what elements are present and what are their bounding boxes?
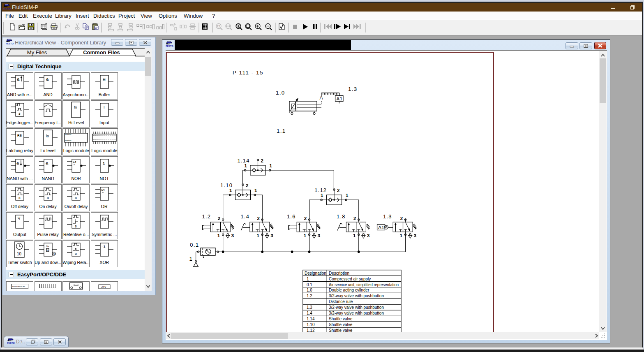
svg-text:Double acting cylinder: Double acting cylinder bbox=[329, 288, 369, 292]
svg-text:1: 1 bbox=[400, 233, 403, 238]
svg-text:Q: Q bbox=[18, 216, 20, 220]
svg-text:3: 3 bbox=[414, 233, 416, 238]
svg-text:P 111 - 15: P 111 - 15 bbox=[233, 69, 263, 76]
svg-text:3: 3 bbox=[18, 196, 21, 200]
svg-text:&: & bbox=[46, 77, 49, 81]
svg-text:1.12: 1.12 bbox=[307, 328, 315, 332]
svg-text:1: 1 bbox=[270, 163, 272, 168]
svg-text:1: 1 bbox=[256, 233, 259, 238]
svg-text:FESTO: FESTO bbox=[6, 42, 14, 45]
svg-text:&: & bbox=[46, 161, 48, 165]
svg-text:My Files: My Files bbox=[27, 49, 47, 56]
svg-text:1: 1 bbox=[307, 277, 309, 281]
svg-text:>1: >1 bbox=[101, 188, 105, 192]
svg-text:1.4: 1.4 bbox=[240, 213, 249, 220]
svg-text:lo: lo bbox=[46, 134, 49, 138]
svg-text:1: 1 bbox=[245, 163, 247, 168]
svg-text:2: 2 bbox=[353, 216, 356, 221]
svg-text:1: 1 bbox=[346, 193, 349, 198]
svg-text:3/2-way valve with pushbutton: 3/2-way valve with pushbutton bbox=[329, 294, 384, 298]
svg-text:2: 2 bbox=[257, 216, 259, 221]
svg-text:RS: RS bbox=[17, 134, 22, 137]
svg-text:&: & bbox=[16, 161, 19, 165]
svg-text:2: 2 bbox=[218, 216, 220, 221]
svg-text:1.2: 1.2 bbox=[202, 213, 211, 220]
svg-text:24V: 24V bbox=[101, 285, 106, 288]
svg-text:1: 1 bbox=[229, 188, 232, 193]
svg-text:1: 1 bbox=[353, 233, 356, 238]
svg-text:3: 3 bbox=[270, 233, 273, 238]
svg-text:3: 3 bbox=[47, 196, 49, 200]
svg-text:0.1: 0.1 bbox=[307, 283, 312, 287]
svg-text:3/2-way valve with pushbutton: 3/2-way valve with pushbutton bbox=[329, 311, 384, 315]
svg-text:1.1: 1.1 bbox=[277, 128, 286, 134]
svg-text:0: 0 bbox=[47, 249, 48, 252]
svg-text:3/2-way valve with pushbutton: 3/2-way valve with pushbutton bbox=[329, 305, 384, 310]
svg-text:A1: A1 bbox=[378, 225, 384, 230]
svg-text:1: 1 bbox=[321, 193, 323, 198]
svg-text:Description: Description bbox=[329, 271, 349, 276]
svg-text:********: ******** bbox=[65, 140, 72, 142]
svg-text:2: 2 bbox=[261, 158, 263, 163]
svg-text:1.3: 1.3 bbox=[383, 213, 392, 220]
svg-text:Compressed air supply: Compressed air supply bbox=[329, 277, 371, 281]
svg-text:1: 1 bbox=[254, 188, 257, 193]
svg-text:hi: hi bbox=[74, 105, 77, 109]
svg-text:3: 3 bbox=[75, 252, 77, 256]
svg-text:1.3: 1.3 bbox=[307, 305, 312, 310]
svg-text:1: 1 bbox=[217, 233, 220, 238]
svg-text:Common Files: Common Files bbox=[83, 49, 120, 56]
svg-text:A1: A1 bbox=[337, 96, 343, 101]
svg-text:>1: >1 bbox=[73, 160, 77, 164]
svg-text:I: I bbox=[104, 105, 105, 109]
svg-text:1.14: 1.14 bbox=[307, 317, 315, 321]
svg-text:0.1: 0.1 bbox=[190, 242, 199, 248]
svg-text:2: 2 bbox=[304, 216, 307, 221]
svg-text:1.10: 1.10 bbox=[307, 322, 315, 327]
svg-text:=1: =1 bbox=[102, 245, 106, 248]
svg-text:FESTO: FESTO bbox=[3, 7, 11, 10]
svg-text:2: 2 bbox=[246, 183, 248, 188]
svg-text:FESTO: FESTO bbox=[166, 45, 173, 47]
svg-text:Air service unit, simplified r: Air service unit, simplified representat… bbox=[329, 283, 399, 287]
svg-text:1: 1 bbox=[189, 256, 193, 262]
svg-text:1.8: 1.8 bbox=[337, 213, 346, 220]
svg-text:A: A bbox=[320, 95, 324, 101]
svg-text:3: 3 bbox=[75, 196, 77, 200]
svg-text:10: 10 bbox=[17, 252, 22, 256]
svg-text:1.4: 1.4 bbox=[307, 311, 312, 315]
svg-text:2: 2 bbox=[400, 216, 403, 221]
svg-text:Shuttle valve: Shuttle valve bbox=[329, 328, 353, 332]
svg-text:1.6: 1.6 bbox=[287, 213, 296, 220]
svg-text:1: 1 bbox=[304, 233, 307, 238]
svg-text:Shuttle valve: Shuttle valve bbox=[329, 317, 353, 321]
svg-text:FESTO: FESTO bbox=[7, 342, 15, 344]
svg-text:1.14: 1.14 bbox=[238, 157, 250, 164]
svg-text:3: 3 bbox=[231, 233, 234, 238]
svg-text:1.3: 1.3 bbox=[348, 86, 357, 92]
svg-text:1.2: 1.2 bbox=[307, 294, 312, 298]
svg-text:3: 3 bbox=[318, 233, 320, 238]
svg-text:3: 3 bbox=[18, 112, 21, 116]
svg-text:1: 1 bbox=[103, 161, 105, 165]
svg-text:3: 3 bbox=[75, 225, 77, 228]
svg-text:FestoDidactic EP: FestoDidactic EP bbox=[12, 285, 25, 287]
svg-text:1:1: 1:1 bbox=[217, 25, 220, 28]
svg-text:+/-: +/- bbox=[46, 245, 49, 248]
svg-text:2: 2 bbox=[337, 188, 339, 193]
svg-text:M: M bbox=[103, 78, 106, 81]
svg-text:3: 3 bbox=[367, 233, 369, 238]
svg-text:Designation: Designation bbox=[305, 271, 326, 276]
svg-text:1.0: 1.0 bbox=[307, 288, 312, 292]
svg-text:S: S bbox=[53, 253, 55, 255]
svg-text:********: ******** bbox=[65, 134, 72, 136]
svg-text:Shuttle valve: Shuttle valve bbox=[329, 322, 353, 327]
svg-text:Distance rule: Distance rule bbox=[329, 299, 353, 304]
svg-text:&: & bbox=[17, 77, 20, 81]
svg-text:1.0: 1.0 bbox=[276, 90, 285, 96]
